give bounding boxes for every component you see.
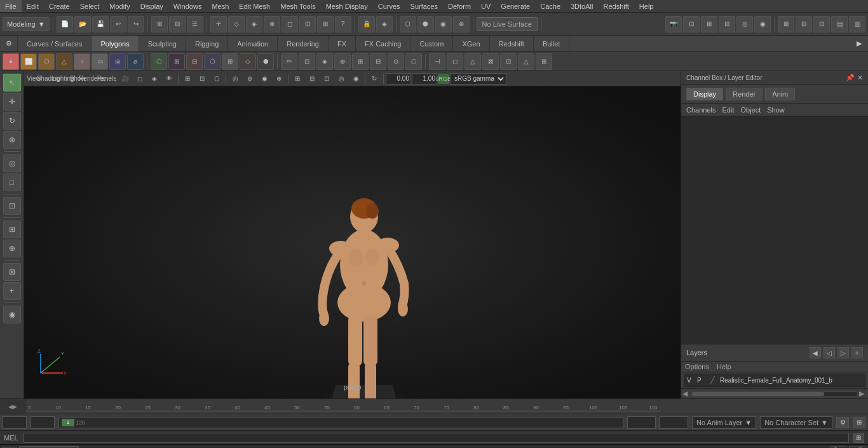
combine-btn[interactable]: ⊞: [352, 53, 369, 70]
select-tool-btn[interactable]: ↖: [3, 74, 21, 92]
vp-panels-menu[interactable]: Panels: [100, 72, 114, 85]
reduce-btn[interactable]: △: [465, 53, 481, 70]
cb-tab-render[interactable]: Render: [726, 88, 763, 100]
tab-animation[interactable]: Animation: [228, 36, 278, 51]
cb-tab-display[interactable]: Display: [686, 88, 723, 100]
cb-object-menu[interactable]: Object: [740, 106, 761, 114]
menu-redshift[interactable]: Redshift: [598, 0, 634, 12]
outliner-btn[interactable]: +: [3, 282, 21, 300]
snap3-btn[interactable]: ⊞: [317, 16, 334, 32]
cmd-enter-btn[interactable]: ⊞: [853, 433, 864, 443]
menu-generate[interactable]: Generate: [496, 0, 535, 12]
scale-tool-btn[interactable]: ⊕: [3, 131, 21, 149]
render9-btn[interactable]: ◉: [754, 16, 771, 32]
vp-rotate-btn[interactable]: ↻: [367, 72, 381, 85]
menu-mesh-tools[interactable]: Mesh Tools: [275, 0, 320, 12]
fill-hole-btn[interactable]: ◻: [447, 53, 463, 70]
vp-lighting-menu[interactable]: Lighting: [56, 72, 70, 85]
menu-curves[interactable]: Curves: [373, 0, 405, 12]
vp-isolate-btn[interactable]: ◎: [228, 72, 242, 85]
tab-bullet[interactable]: Bullet: [534, 36, 570, 51]
vp-color-mgmt-btn[interactable]: sRGB: [438, 74, 449, 84]
vp-shaded-btn[interactable]: ⬡: [210, 72, 224, 85]
rotate-tool-btn[interactable]: ↻: [3, 112, 21, 130]
helix-btn[interactable]: ⌀: [127, 53, 144, 70]
render5-btn[interactable]: ⊡: [683, 16, 700, 32]
menu-3dtoall[interactable]: 3DtoAll: [566, 0, 598, 12]
channel-box-pin-btn[interactable]: 📌: [846, 74, 855, 82]
redo-btn[interactable]: ↪: [128, 16, 144, 32]
current-frame-input[interactable]: 1: [3, 416, 27, 429]
menu-edit[interactable]: Edit: [22, 0, 44, 12]
layer-scroll-left[interactable]: ◀: [682, 390, 690, 398]
tab-rigging[interactable]: Rigging: [186, 36, 228, 51]
layer-scroll-right[interactable]: ▶: [859, 390, 867, 398]
save-file-btn[interactable]: 💾: [92, 16, 109, 32]
vp-depth-btn[interactable]: ⊕: [272, 72, 286, 85]
select-hierarchy-btn[interactable]: ⊟: [169, 16, 186, 32]
separate-btn[interactable]: ⊟: [370, 53, 386, 70]
vp-gamma-select[interactable]: sRGB gamma: [450, 73, 506, 85]
tab-fx-caching[interactable]: FX Caching: [356, 36, 410, 51]
render8-btn[interactable]: ◎: [736, 16, 753, 32]
vp-wire-btn[interactable]: ⊡: [195, 72, 209, 85]
tab-redshift[interactable]: Redshift: [490, 36, 534, 51]
tab-fx[interactable]: FX: [329, 36, 356, 51]
show-manip-btn[interactable]: ⊡: [3, 197, 21, 215]
menu-create[interactable]: Create: [44, 0, 75, 12]
playback-end-input[interactable]: 200: [660, 416, 688, 429]
workspace-dropdown[interactable]: Modeling ▼: [3, 17, 50, 31]
layer-add-btn[interactable]: +: [851, 347, 863, 358]
vp-gamma-field[interactable]: 1.00: [412, 73, 437, 85]
subdiv5-btn[interactable]: ⊞: [222, 53, 238, 70]
menu-select[interactable]: Select: [75, 0, 105, 12]
retopo-btn[interactable]: ⊠: [482, 53, 499, 70]
lasso-btn[interactable]: ◇: [228, 16, 245, 32]
viewport[interactable]: View Shading Lighting Show Renderer Pane…: [24, 71, 681, 398]
vp-display1-btn[interactable]: ⊞: [290, 72, 304, 85]
cmd-input[interactable]: [24, 433, 849, 443]
cb-show-menu[interactable]: Show: [767, 106, 785, 114]
vp-look-btn[interactable]: 👁: [162, 72, 176, 85]
cb-edit-menu[interactable]: Edit: [722, 106, 734, 114]
vp-film-btn[interactable]: ◻: [133, 72, 147, 85]
lock-btn[interactable]: 🔒: [358, 16, 375, 32]
open-file-btn[interactable]: 📂: [74, 16, 91, 32]
sphere-btn[interactable]: ●: [3, 53, 19, 70]
menu-mesh[interactable]: Mesh: [207, 0, 234, 12]
vp-exposure-field[interactable]: 0.00: [386, 73, 411, 85]
move-tool-btn[interactable]: ✛: [210, 16, 227, 32]
menu-help[interactable]: Help: [634, 0, 659, 12]
layout5-btn[interactable]: ▥: [849, 16, 865, 32]
vp-display3-btn[interactable]: ⊡: [320, 72, 334, 85]
render6-btn[interactable]: ⊞: [701, 16, 717, 32]
char-set-dropdown[interactable]: No Character Set ▼: [760, 416, 832, 429]
new-file-btn[interactable]: 📄: [57, 16, 73, 32]
render3-btn[interactable]: ◉: [435, 16, 452, 32]
layer-next-btn[interactable]: ▷: [837, 347, 849, 358]
channel-box-close-btn[interactable]: ✕: [857, 74, 863, 82]
camera-btn[interactable]: 📷: [665, 16, 682, 32]
layout3-btn[interactable]: ⊡: [813, 16, 830, 32]
torus-btn[interactable]: ○: [74, 53, 90, 70]
render-preview-btn[interactable]: ⬡: [400, 16, 416, 32]
layer-prev-btn[interactable]: ◀: [810, 347, 821, 358]
last-tool-btn[interactable]: □: [3, 173, 21, 191]
vp-display5-btn[interactable]: ◉: [349, 72, 363, 85]
layer-scrollbar[interactable]: [691, 391, 858, 397]
layers-help-menu[interactable]: Help: [717, 363, 731, 370]
snap-curve-btn[interactable]: ⊕: [3, 240, 21, 257]
plane-btn[interactable]: ▭: [92, 53, 108, 70]
menu-deform[interactable]: Deform: [443, 0, 476, 12]
triangulate-btn[interactable]: △: [518, 53, 534, 70]
bevel-btn[interactable]: ◈: [316, 53, 333, 70]
select-mode-btn[interactable]: ⊞: [151, 16, 168, 32]
cube-btn[interactable]: ⬜: [20, 53, 37, 70]
render4-btn[interactable]: ⊛: [453, 16, 470, 32]
tab-curves-surfaces[interactable]: Curves / Surfaces: [18, 36, 92, 51]
menu-modify[interactable]: Modify: [104, 0, 135, 12]
tab-polygons[interactable]: Polygons: [92, 36, 139, 51]
status-extra-btn[interactable]: ⊞: [853, 417, 865, 428]
subdiv3-btn[interactable]: ⊟: [186, 53, 203, 70]
vp-film2-btn[interactable]: ◈: [147, 72, 161, 85]
